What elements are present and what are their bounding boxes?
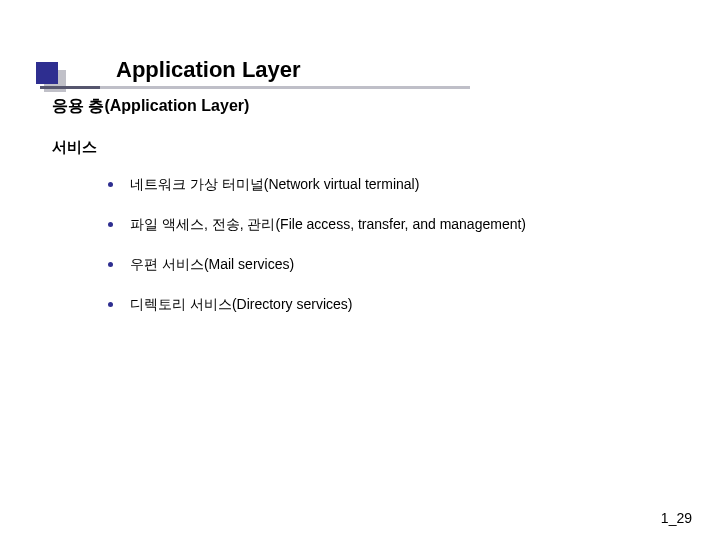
bullet-icon [108,302,113,307]
heading-main: 응용 층(Application Layer) [52,96,249,117]
page-title: Application Layer [116,57,301,83]
bullet-icon [108,222,113,227]
bullet-icon [108,262,113,267]
bullet-list: 네트워크 가상 터미널(Network virtual terminal) 파일… [108,176,658,336]
square-main-icon [36,62,58,84]
title-bullet-icon [32,58,74,89]
list-item-label: 디렉토리 서비스(Directory services) [130,296,352,312]
list-item-label: 네트워크 가상 터미널(Network virtual terminal) [130,176,419,192]
list-item-label: 파일 액세스, 전송, 관리(File access, transfer, an… [130,216,526,232]
list-item: 파일 액세스, 전송, 관리(File access, transfer, an… [108,216,658,234]
list-item: 우편 서비스(Mail services) [108,256,658,274]
bullet-icon [108,182,113,187]
page-number: 1_29 [661,510,692,526]
list-item: 네트워크 가상 터미널(Network virtual terminal) [108,176,658,194]
slide: Application Layer 응용 층(Application Layer… [0,0,720,540]
list-item-label: 우편 서비스(Mail services) [130,256,294,272]
heading-sub: 서비스 [52,138,97,157]
list-item: 디렉토리 서비스(Directory services) [108,296,658,314]
title-row: Application Layer [0,28,720,68]
title-underline-icon [40,86,470,89]
title-underline-dark-icon [40,86,100,89]
